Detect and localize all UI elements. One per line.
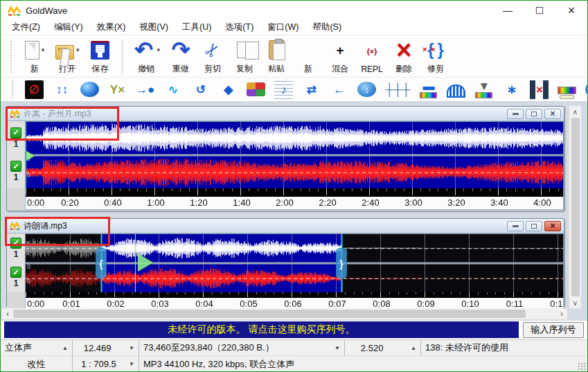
vertical-arrows-icon[interactable]: ↕↕	[53, 80, 71, 99]
resize-grip[interactable]	[578, 362, 586, 371]
toolbar-button-label: 保存	[92, 63, 109, 75]
toolbar-button[interactable]: 复制	[229, 37, 260, 76]
toolbar-button[interactable]: ▾ 新	[19, 37, 51, 76]
menu-item[interactable]: 编辑(Y)	[47, 20, 90, 35]
toolbar-button[interactable]: 保存	[84, 37, 116, 76]
doc2-minimize-button[interactable]	[507, 221, 524, 231]
mdi-horizontal-scrollbar[interactable]: ‹ ›	[2, 308, 567, 319]
license-message-link[interactable]: 未经许可的版本。 请点击这里购买序列号。	[4, 321, 519, 338]
scroll-right-icon[interactable]: ›	[556, 309, 567, 319]
toolbar-button[interactable]: REPL	[356, 37, 388, 76]
doc2-channel-column: ✓ 1 ✓ 1	[7, 233, 25, 292]
menu-item[interactable]: 窗口(W)	[260, 20, 305, 35]
toolbar-button[interactable]: 混合	[324, 37, 356, 76]
compass-icon[interactable]: ◆	[219, 80, 238, 99]
doc2-waveform-view[interactable]: 0 0 { }	[25, 233, 564, 292]
channel2-enabled-checkbox[interactable]: ✓	[10, 161, 21, 172]
mute-icon[interactable]: ∅	[25, 80, 44, 99]
rainbow-slider-icon[interactable]	[558, 87, 576, 94]
speaker-icon[interactable]: ◀	[585, 81, 587, 98]
menu-item[interactable]: 文件(Z)	[5, 20, 47, 35]
scroll-down-icon[interactable]: ∨	[569, 297, 581, 308]
horizontal-scroll-thumb[interactable]	[13, 310, 526, 318]
spark-icon[interactable]: ∗	[502, 80, 521, 99]
music-note-icon[interactable]: ♪	[274, 80, 293, 99]
doc2-title: 诗朗诵.mp3	[24, 220, 507, 232]
maximize-button[interactable]: ☐	[524, 1, 555, 20]
expand-arrows-icon[interactable]: ⇄	[302, 80, 321, 99]
dropdown-arrow-icon[interactable]: ▾	[157, 46, 161, 53]
close-button[interactable]: ×	[555, 1, 587, 20]
spin-down-icon[interactable]: ▼	[125, 345, 134, 351]
menu-item[interactable]: 选项(T)	[218, 20, 260, 35]
toolbar-button[interactable]: 粘贴	[260, 37, 292, 76]
doc1-play-marker-icon[interactable]	[26, 151, 35, 161]
minimize-button[interactable]: —	[492, 1, 524, 20]
doc1-titlebar[interactable]: 许嵩 - 庐州月.mp3 ×	[7, 107, 564, 121]
toolbar-button[interactable]: 删除	[388, 37, 420, 76]
menu-item[interactable]: 视图(V)	[132, 20, 175, 35]
doc2-play-marker-icon[interactable]	[138, 254, 153, 272]
status-value-2: 2.520	[361, 343, 384, 353]
palette-icon[interactable]	[247, 82, 265, 96]
toolbar-button[interactable]: 重做	[165, 37, 197, 76]
toolbar-button[interactable]: ▾ 打开	[51, 37, 84, 76]
doc2-titlebar[interactable]: 诗朗诵.mp3 ×	[7, 219, 564, 233]
vertical-scroll-thumb[interactable]	[571, 118, 580, 296]
doc1-waveform-view[interactable]: 0 0	[25, 121, 564, 188]
channel1-enabled-checkbox[interactable]: ✓	[10, 127, 21, 139]
doc1-restore-button[interactable]	[526, 109, 542, 119]
toolbar-button[interactable]: ▾ 撤销	[128, 37, 166, 76]
status-bar: 立体声▲ 12.469▼ 73,460至293,840（220,380 B.）▼…	[1, 339, 587, 371]
mdi-vertical-scrollbar[interactable]: ∧ ∨	[569, 106, 581, 308]
wave-x-icon[interactable]: ×	[530, 80, 549, 99]
scroll-left-icon[interactable]: ‹	[2, 309, 13, 319]
doc1-minimize-button[interactable]	[507, 109, 524, 119]
spin-down-icon[interactable]: ▼	[330, 345, 340, 351]
menu-item[interactable]: 帮助(S)	[305, 20, 348, 35]
scroll-up-icon[interactable]: ∧	[569, 106, 581, 117]
dropdown-arrow-icon[interactable]: ▾	[76, 46, 80, 53]
time-tick-label: 0:12	[550, 299, 564, 309]
xy-axis-icon[interactable]: Y×	[108, 80, 127, 99]
arrow-marker-icon[interactable]: →●	[136, 80, 154, 99]
sliders-icon[interactable]: ┼┼┼	[385, 80, 410, 99]
toolbar-button[interactable]: 修剪	[420, 37, 452, 76]
dropdown-arrow-icon[interactable]: ▾	[42, 46, 45, 53]
menu-item[interactable]: 工具(U)	[175, 20, 218, 35]
toolbar-button[interactable]: 剪切	[197, 37, 229, 76]
modified-label: 改性	[28, 358, 46, 371]
toolbar-button-icon	[297, 39, 319, 61]
enter-serial-button[interactable]: 输入序列号	[523, 322, 584, 338]
reverse-arrow-icon[interactable]: ↺	[191, 80, 210, 99]
left-arrow-icon[interactable]: ←	[330, 80, 348, 99]
selection-start-handle[interactable]: {	[96, 248, 107, 278]
time-tick-label: 1:00	[147, 197, 164, 208]
document-window-luzhouyue[interactable]: 许嵩 - 庐州月.mp3 × ✓ 1 ✓ 1	[6, 106, 564, 211]
gate-icon[interactable]	[447, 85, 465, 98]
spin-down-icon[interactable]: ▼	[125, 361, 134, 367]
toolbar-button[interactable]: 新	[292, 37, 324, 76]
toolbar-separator	[122, 39, 123, 74]
tools-toolbar: ∅ ↕↕ Y× →● ∿ ↺	[1, 78, 587, 102]
sine-wave-icon[interactable]: ∿	[163, 80, 182, 99]
license-bar: 未经许可的版本。 请点击这里购买序列号。 输入序列号	[1, 321, 587, 339]
blue-orb-icon[interactable]	[80, 82, 99, 97]
doc2-restore-button[interactable]	[526, 221, 542, 231]
menu-item[interactable]: 效果(X)	[90, 20, 133, 35]
selection-end-handle[interactable]: }	[336, 248, 347, 278]
spectrum-pointer-icon[interactable]: ▼	[474, 80, 493, 99]
document-window-shilangsong[interactable]: 诗朗诵.mp3 × ✓ 1 ✓ 1	[6, 218, 564, 307]
channel1-label: 1	[14, 139, 19, 149]
time-tick-label: 1:40	[233, 197, 250, 208]
spin-up-icon[interactable]: ▲	[58, 345, 68, 351]
pitch-rainbow-icon[interactable]: ▬	[419, 80, 438, 99]
doc1-waveform-canvas[interactable]	[26, 122, 563, 188]
titlebar[interactable]: GoldWave — ☐ ×	[1, 1, 587, 20]
scroll-orb-icon[interactable]: ↕	[357, 82, 376, 97]
doc2-close-button[interactable]: ×	[544, 221, 561, 231]
channel1-enabled-checkbox[interactable]: ✓	[10, 238, 21, 249]
doc1-close-button[interactable]: ×	[544, 109, 561, 119]
channel2-enabled-checkbox[interactable]: ✓	[10, 267, 21, 278]
spin-up-icon[interactable]: ▲	[407, 345, 416, 351]
